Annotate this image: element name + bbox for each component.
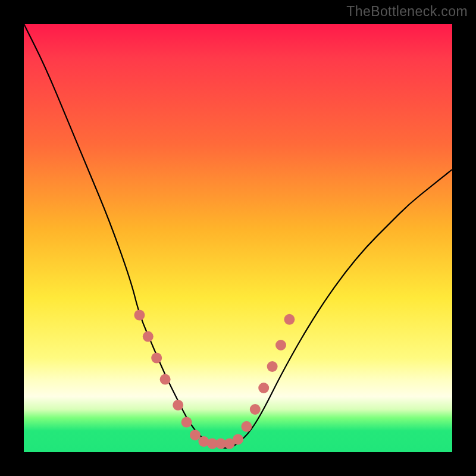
curve-marker (190, 430, 201, 440)
curve-marker (241, 421, 252, 432)
curve-marker (233, 434, 243, 444)
curve-marker (143, 331, 154, 342)
plot-area (24, 24, 452, 452)
curve-markers (134, 310, 295, 449)
curve-marker (160, 374, 171, 385)
curve-marker (267, 361, 278, 372)
curve-marker (181, 417, 192, 428)
chart-svg (24, 24, 452, 452)
curve-marker (284, 314, 295, 325)
chart-frame: TheBottleneck.com (0, 0, 476, 476)
curve-marker (258, 383, 269, 393)
bottleneck-curve (24, 24, 452, 448)
watermark-text: TheBottleneck.com (346, 4, 468, 20)
curve-marker (250, 404, 261, 415)
curve-marker (151, 353, 162, 364)
curve-marker (134, 310, 145, 321)
curve-marker (275, 340, 286, 350)
curve-marker (173, 400, 183, 411)
